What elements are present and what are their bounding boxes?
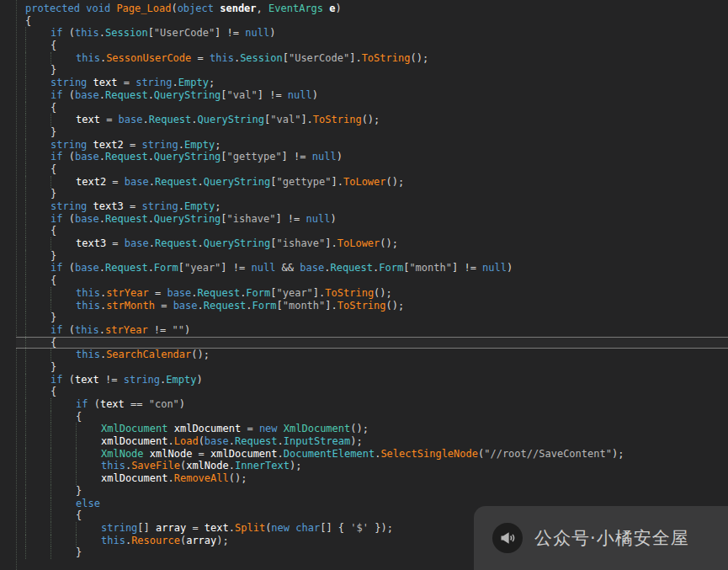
code-line[interactable]: } — [16, 485, 728, 498]
code-line[interactable]: { — [16, 163, 728, 176]
token-pn: ); — [612, 448, 624, 460]
token-lo: text2 — [76, 176, 106, 188]
token-kw: if — [76, 398, 88, 410]
token-pn: { — [50, 274, 56, 286]
code-line[interactable]: { — [16, 225, 728, 237]
token-pa: sender — [220, 3, 256, 14]
token-pn: [] { — [320, 522, 350, 534]
code-line[interactable]: if (base.Request.Form["year"] != null &&… — [16, 262, 728, 274]
code-line[interactable]: xmlDocument.Load(base.Request.InputStrea… — [16, 435, 728, 448]
editor-gutter — [0, 0, 17, 570]
token-me: RemoveAll — [174, 472, 229, 484]
token-pn: ( — [62, 324, 74, 336]
token-kw: base — [167, 287, 191, 299]
indent-guide — [25, 40, 50, 52]
token-pr: Request — [105, 89, 148, 101]
token-pn: , — [257, 3, 268, 14]
token-kw: if — [50, 374, 62, 386]
token-pn: ) — [184, 324, 190, 336]
code-line[interactable]: } — [16, 312, 728, 324]
token-pn: = — [106, 176, 125, 188]
token-lo: text3 — [76, 237, 106, 249]
token-kw: string — [124, 374, 160, 386]
code-editor: protected void Page_Load(object sender, … — [0, 0, 728, 570]
token-pn: . — [149, 176, 155, 188]
token-pr: Empty — [178, 77, 209, 88]
indent-guide — [25, 324, 50, 337]
token-pn: ] != — [452, 262, 482, 274]
code-line[interactable]: } — [16, 250, 728, 263]
code-line[interactable]: string text2 = string.Empty; — [16, 139, 728, 152]
token-st: "year" — [277, 287, 313, 299]
code-line[interactable]: } — [16, 64, 728, 77]
token-pn: = — [191, 52, 210, 64]
code-line[interactable]: { — [16, 411, 728, 424]
code-line[interactable]: { — [16, 40, 728, 52]
token-pn: }); — [369, 522, 393, 534]
token-kw: string — [50, 200, 87, 212]
code-area[interactable]: protected void Page_Load(object sender, … — [16, 3, 728, 559]
token-pr: Form — [252, 300, 277, 312]
token-lo: array — [186, 535, 216, 546]
token-kw: string — [136, 77, 172, 88]
indent-guide — [25, 237, 50, 250]
code-line[interactable]: text2 = base.Request.QueryString["gettyp… — [16, 176, 728, 189]
token-pr: QueryString — [198, 114, 264, 125]
code-line[interactable]: if (this.strYear != "") — [16, 324, 728, 337]
code-line[interactable]: if (base.Request.QueryString["ishave"] !… — [16, 213, 728, 226]
indent-guide — [25, 522, 50, 535]
token-pn: . — [99, 213, 105, 225]
token-kw: else — [76, 498, 100, 509]
code-line[interactable]: xmlDocument.RemoveAll(); — [16, 472, 728, 485]
code-line[interactable]: if (base.Request.QueryString["gettype"] … — [16, 151, 728, 163]
indent-guide — [76, 423, 101, 435]
token-pn: = — [124, 200, 142, 212]
token-pr: QueryString — [204, 237, 270, 249]
token-kw: null — [245, 27, 269, 39]
token-pn: = — [117, 77, 136, 88]
token-kw: null — [482, 262, 507, 274]
token-kw: if — [50, 27, 62, 39]
token-pn: ] != — [275, 213, 306, 225]
code-line[interactable]: this.SessonUserCode = this.Session["User… — [16, 52, 728, 65]
code-line[interactable]: if (this.Session["UserCode"] != null) — [16, 27, 728, 40]
code-line[interactable]: this.SearchCalendar(); — [16, 349, 728, 361]
code-line[interactable]: if (text != string.Empty) — [16, 374, 728, 386]
token-st: "//root//SaveContent" — [484, 448, 612, 460]
code-line[interactable]: { — [16, 15, 728, 28]
token-pn: = — [192, 448, 210, 460]
token-me: ToLower — [343, 176, 386, 188]
token-pn: . — [99, 151, 105, 162]
token-fi: strYear — [106, 287, 149, 299]
code-line[interactable]: if (base.Request.QueryString["val"] != n… — [16, 89, 728, 102]
code-line[interactable]: XmlNode xmlNode = xmlDocument.DocumentEl… — [16, 448, 728, 461]
code-line[interactable]: if (text == "con") — [16, 398, 728, 411]
code-line[interactable]: text = base.Request.QueryString["val"].T… — [16, 114, 728, 126]
code-line[interactable]: this.SaveFile(xmlNode.InnerText); — [16, 460, 728, 472]
token-pn: } — [76, 485, 82, 497]
token-pn: = — [100, 114, 119, 125]
token-st: "con" — [149, 398, 179, 410]
code-line[interactable]: } — [16, 361, 728, 374]
code-line[interactable]: string text3 = string.Empty; — [16, 200, 728, 213]
code-line[interactable]: } — [16, 188, 728, 200]
code-line[interactable]: { — [16, 386, 728, 398]
code-line[interactable]: { — [16, 102, 728, 115]
code-line[interactable]: text3 = base.Request.QueryString["ishave… — [16, 237, 728, 250]
token-pn: ) — [336, 3, 342, 14]
code-line[interactable]: protected void Page_Load(object sender, … — [16, 3, 728, 15]
token-pr: QueryString — [204, 176, 270, 188]
code-line[interactable]: } — [16, 126, 728, 139]
current-code-line[interactable]: { — [16, 337, 728, 349]
code-line[interactable]: this.strMonth = base.Request.Form["month… — [16, 300, 728, 312]
token-pn: ]. — [349, 52, 361, 64]
code-line[interactable]: { — [16, 274, 728, 287]
indent-guide — [50, 114, 76, 126]
code-line[interactable]: this.strYear = base.Request.Form["year"]… — [16, 287, 728, 300]
token-pn: } — [76, 546, 82, 558]
token-ty: XmlNode — [101, 448, 144, 460]
token-pn: = — [241, 423, 259, 434]
code-line[interactable]: XmlDocument xmlDocument = new XmlDocumen… — [16, 423, 728, 435]
code-line[interactable]: string text = string.Empty; — [16, 77, 728, 89]
megaphone-icon — [492, 523, 523, 553]
